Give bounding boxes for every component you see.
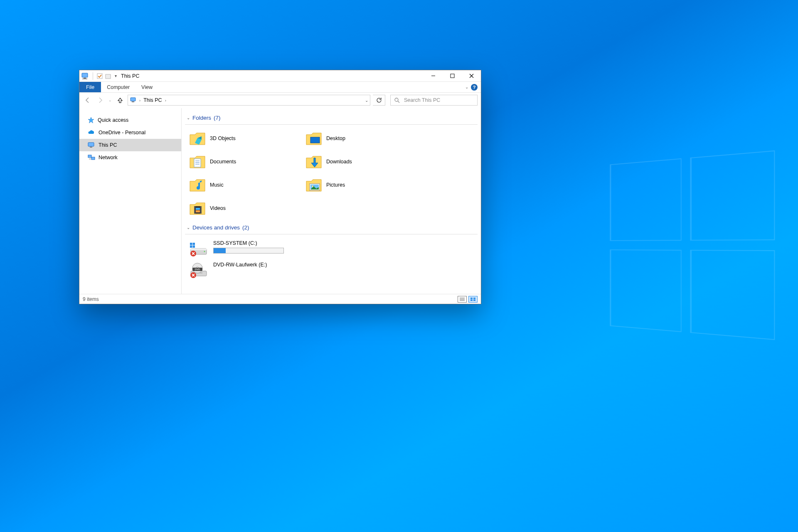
svg-rect-15 [88, 155, 91, 158]
svg-point-34 [204, 251, 205, 252]
ribbon-collapse-icon[interactable]: ⌄ [465, 85, 468, 89]
help-icon[interactable]: ? [471, 84, 478, 91]
close-button[interactable] [462, 70, 481, 82]
folder-music[interactable]: Music [189, 175, 297, 195]
group-title: Folders [192, 115, 211, 121]
folder-documents[interactable]: Documents [189, 151, 297, 172]
group-rule [185, 234, 478, 234]
svg-rect-1 [84, 78, 86, 79]
maximize-button[interactable] [443, 70, 462, 82]
chevron-right-icon[interactable]: › [163, 98, 168, 103]
pc-icon [88, 142, 95, 148]
sidebar-item-network[interactable]: Network [79, 151, 181, 164]
sidebar-item-this-pc[interactable]: This PC [79, 139, 181, 151]
drive-e[interactable]: DVD DVD-RW-Laufwerk (E:) [185, 259, 478, 281]
nav-back-button[interactable] [83, 95, 93, 105]
folder-desktop[interactable]: Desktop [305, 128, 414, 149]
svg-point-11 [395, 98, 398, 101]
svg-rect-52 [473, 299, 475, 301]
status-bar: 9 items [79, 294, 481, 304]
svg-text:DVD: DVD [195, 268, 200, 271]
svg-rect-16 [91, 157, 95, 160]
window-title: This PC [121, 73, 139, 79]
minimize-button[interactable] [424, 70, 443, 82]
svg-rect-4 [106, 74, 111, 79]
address-dropdown-icon[interactable]: ⌄ [365, 98, 368, 103]
svg-rect-29 [200, 206, 202, 214]
titlebar[interactable]: ▾ This PC [79, 70, 481, 82]
status-text: 9 items [83, 296, 99, 302]
navigation-pane: Quick access OneDrive - Personal This PC… [79, 108, 182, 294]
svg-rect-33 [191, 249, 207, 250]
folder-label: Desktop [326, 135, 345, 141]
folder-pictures[interactable]: Pictures [305, 175, 414, 195]
sidebar-item-label: This PC [99, 142, 117, 148]
group-title: Devices and drives [192, 224, 240, 231]
folder-icon [189, 153, 206, 170]
refresh-button[interactable] [373, 95, 385, 106]
view-largeicons-button[interactable] [468, 296, 478, 303]
folder-icon [189, 130, 206, 147]
group-rule [185, 124, 478, 125]
folder-icon [189, 177, 206, 193]
sidebar-item-label: Quick access [98, 117, 128, 123]
folder-icon [305, 130, 322, 147]
folder-label: Downloads [326, 159, 352, 165]
group-header-drives[interactable]: ⌄ Devices and drives (2) [185, 221, 478, 232]
qat-customize-icon[interactable]: ▾ [113, 74, 118, 78]
folder-label: Documents [210, 159, 236, 165]
onedrive-icon [88, 130, 95, 135]
drive-usage-bar [213, 248, 284, 254]
group-count: (2) [242, 224, 249, 231]
svg-rect-13 [88, 143, 94, 146]
nav-recent-dropdown[interactable]: ⌄ [108, 95, 113, 105]
svg-rect-2 [82, 79, 87, 79]
navigation-bar: ⌄ › This PC › ⌄ [79, 93, 481, 108]
sidebar-item-onedrive[interactable]: OneDrive - Personal [79, 126, 181, 139]
tab-view[interactable]: View [135, 82, 158, 92]
folder-label: 3D Objects [210, 135, 236, 141]
content-pane: ⌄ Folders (7) 3D Objects Desktop [182, 108, 481, 294]
ribbon-tabs: File Computer View ⌄ ? [79, 82, 481, 93]
svg-rect-10 [132, 101, 134, 102]
svg-rect-28 [194, 206, 195, 214]
nav-up-button[interactable] [115, 95, 125, 105]
sidebar-item-label: OneDrive - Personal [99, 130, 145, 135]
view-details-button[interactable] [458, 296, 467, 303]
hdd-icon [189, 240, 209, 257]
folder-label: Videos [210, 205, 226, 211]
star-icon [88, 117, 94, 123]
group-count: (7) [214, 115, 221, 121]
svg-rect-6 [451, 74, 454, 78]
drive-c[interactable]: SSD-SYSTEM (C:) [185, 238, 478, 259]
tab-computer[interactable]: Computer [101, 82, 135, 92]
folders-grid: 3D Objects Desktop Documents [185, 128, 478, 219]
svg-point-26 [312, 185, 313, 187]
qat-properties-icon[interactable] [96, 73, 103, 79]
svg-rect-31 [196, 210, 200, 212]
svg-rect-3 [97, 74, 102, 79]
breadcrumb-segment[interactable]: This PC [143, 97, 163, 103]
sidebar-item-quick-access[interactable]: Quick access [79, 114, 181, 126]
folder-videos[interactable]: Videos [189, 198, 297, 219]
tab-file[interactable]: File [79, 82, 101, 92]
svg-rect-20 [194, 159, 201, 167]
search-input[interactable] [403, 97, 474, 103]
address-bar[interactable]: › This PC › ⌄ [128, 95, 370, 106]
app-icon [81, 72, 89, 80]
search-box[interactable] [390, 95, 478, 106]
svg-rect-9 [131, 98, 135, 101]
svg-line-12 [398, 101, 399, 103]
wallpaper-windows-logo [610, 150, 775, 340]
group-header-folders[interactable]: ⌄ Folders (7) [185, 111, 478, 123]
folder-3d-objects[interactable]: 3D Objects [189, 128, 297, 149]
chevron-right-icon[interactable]: › [137, 98, 143, 103]
chevron-down-icon: ⌄ [187, 116, 190, 120]
nav-forward-button[interactable] [95, 95, 105, 105]
folder-downloads[interactable]: Downloads [305, 151, 414, 172]
file-explorer-window: ▾ This PC File Computer View ⌄ ? ⌄ [79, 70, 481, 304]
svg-rect-17 [89, 158, 91, 160]
folder-icon [189, 200, 206, 217]
qat-newfolder-icon[interactable] [105, 73, 111, 79]
svg-rect-49 [470, 298, 473, 299]
